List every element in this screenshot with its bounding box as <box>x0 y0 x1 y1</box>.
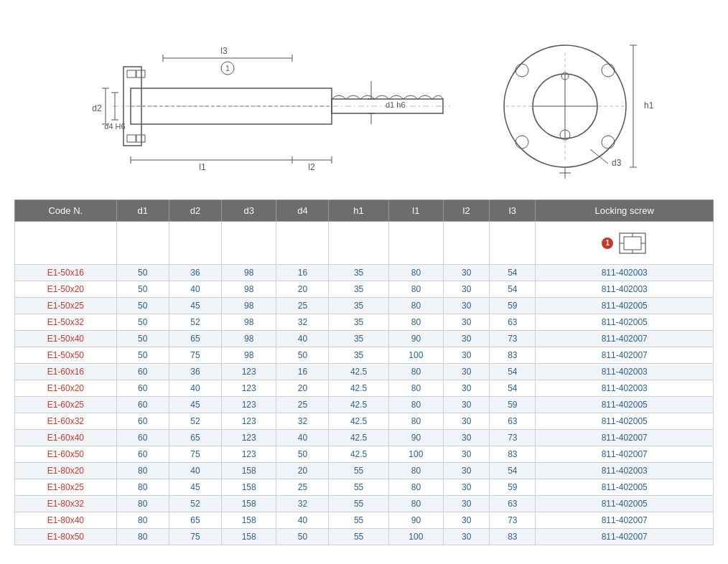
data-cell-3: 123 <box>221 397 276 413</box>
data-cell-5: 55 <box>329 496 388 512</box>
specifications-table: Code N. d1 d2 d3 d4 h1 l1 l2 l3 Locking … <box>14 199 714 545</box>
data-cell-2: 52 <box>169 413 221 430</box>
data-cell-4: 25 <box>276 397 329 413</box>
data-cell-8: 63 <box>490 413 536 430</box>
data-cell-2: 40 <box>169 463 221 479</box>
icon-cell-3 <box>221 222 276 265</box>
code-cell: E1-60x32 <box>15 413 117 430</box>
data-cell-2: 75 <box>169 446 221 463</box>
data-cell-5: 35 <box>329 265 388 281</box>
data-cell-6: 100 <box>388 529 443 545</box>
code-cell: E1-80x20 <box>15 463 117 479</box>
code-cell: E1-60x25 <box>15 397 117 413</box>
data-cell-3: 158 <box>221 463 276 479</box>
page-container: l3 1 l1 l2 d2 d4 H6 <box>0 0 728 564</box>
table-row: E1-80x3280521583255803063811-402005 <box>15 496 714 512</box>
data-cell-4: 16 <box>276 265 329 281</box>
data-cell-2: 52 <box>169 314 221 331</box>
data-cell-9: 811-402007 <box>536 331 714 347</box>
data-cell-1: 60 <box>116 397 169 413</box>
data-cell-4: 20 <box>276 463 329 479</box>
table-row: E1-80x50807515850551003083811-402007 <box>15 529 714 545</box>
svg-text:1: 1 <box>225 65 230 72</box>
data-cell-3: 158 <box>221 479 276 496</box>
data-cell-9: 811-402005 <box>536 413 714 430</box>
data-cell-2: 52 <box>169 496 221 512</box>
data-cell-1: 50 <box>116 314 169 331</box>
data-cell-1: 80 <box>116 463 169 479</box>
svg-point-41 <box>515 136 528 149</box>
data-cell-2: 65 <box>169 430 221 446</box>
data-cell-8: 59 <box>490 397 536 413</box>
data-cell-1: 50 <box>116 281 169 298</box>
data-cell-4: 40 <box>276 331 329 347</box>
data-cell-9: 811-402005 <box>536 496 714 512</box>
table-row: E1-60x1660361231642.5803054811-402003 <box>15 364 714 380</box>
code-cell: E1-50x32 <box>15 314 117 331</box>
data-cell-9: 811-402007 <box>536 446 714 463</box>
icon-cell-6 <box>388 222 443 265</box>
code-cell: E1-80x25 <box>15 479 117 496</box>
data-cell-1: 60 <box>116 364 169 380</box>
data-cell-3: 123 <box>221 413 276 430</box>
data-cell-6: 80 <box>388 463 443 479</box>
data-cell-7: 30 <box>444 281 490 298</box>
data-cell-4: 50 <box>276 446 329 463</box>
data-cell-1: 80 <box>116 496 169 512</box>
data-cell-8: 54 <box>490 265 536 281</box>
data-cell-3: 98 <box>221 347 276 364</box>
data-cell-7: 30 <box>444 479 490 496</box>
data-cell-4: 32 <box>276 413 329 430</box>
data-cell-4: 50 <box>276 347 329 364</box>
data-cell-1: 80 <box>116 512 169 529</box>
table-row: E1-80x4080651584055903073811-402007 <box>15 512 714 529</box>
data-cell-1: 50 <box>116 347 169 364</box>
data-cell-6: 80 <box>388 413 443 430</box>
code-cell: E1-60x16 <box>15 364 117 380</box>
svg-text:l2: l2 <box>308 162 315 172</box>
data-cell-9: 811-402007 <box>536 347 714 364</box>
data-cell-3: 98 <box>221 298 276 314</box>
data-cell-7: 30 <box>444 265 490 281</box>
svg-text:d2: d2 <box>92 103 102 113</box>
data-cell-7: 30 <box>444 380 490 397</box>
icon-cell-7 <box>444 222 490 265</box>
data-cell-7: 30 <box>444 314 490 331</box>
data-cell-6: 100 <box>388 347 443 364</box>
data-cell-6: 80 <box>388 364 443 380</box>
data-cell-1: 80 <box>116 529 169 545</box>
technical-diagram: l3 1 l1 l2 d2 d4 H6 <box>19 9 709 192</box>
svg-text:l1: l1 <box>199 162 206 172</box>
code-cell: E1-80x50 <box>15 529 117 545</box>
data-cell-4: 32 <box>276 496 329 512</box>
data-cell-6: 80 <box>388 479 443 496</box>
data-cell-7: 30 <box>444 529 490 545</box>
data-cell-2: 65 <box>169 512 221 529</box>
col-header-h1: h1 <box>329 200 388 222</box>
data-cell-3: 158 <box>221 529 276 545</box>
col-header-d2: d2 <box>169 200 221 222</box>
data-cell-1: 50 <box>116 331 169 347</box>
icon-row: 1 <box>15 222 714 265</box>
data-cell-8: 63 <box>490 496 536 512</box>
svg-text:d4 H6: d4 H6 <box>104 122 125 131</box>
data-cell-9: 811-402005 <box>536 298 714 314</box>
data-cell-7: 30 <box>444 397 490 413</box>
table-row: E1-50x5050759850351003083811-402007 <box>15 347 714 364</box>
data-cell-5: 35 <box>329 331 388 347</box>
svg-rect-5 <box>127 135 136 142</box>
svg-point-40 <box>602 64 615 77</box>
data-cell-8: 54 <box>490 463 536 479</box>
data-cell-2: 45 <box>169 298 221 314</box>
locking-screw-badge: 1 <box>602 238 613 249</box>
data-cell-8: 83 <box>490 529 536 545</box>
data-cell-5: 35 <box>329 281 388 298</box>
svg-point-39 <box>515 64 528 77</box>
data-cell-1: 50 <box>116 265 169 281</box>
locking-screw-diagram-icon <box>618 232 647 255</box>
col-header-code: Code N. <box>15 200 117 222</box>
data-cell-5: 42.5 <box>329 413 388 430</box>
col-header-l2: l2 <box>444 200 490 222</box>
data-cell-2: 65 <box>169 331 221 347</box>
table-row: E1-80x2080401582055803054811-402003 <box>15 463 714 479</box>
